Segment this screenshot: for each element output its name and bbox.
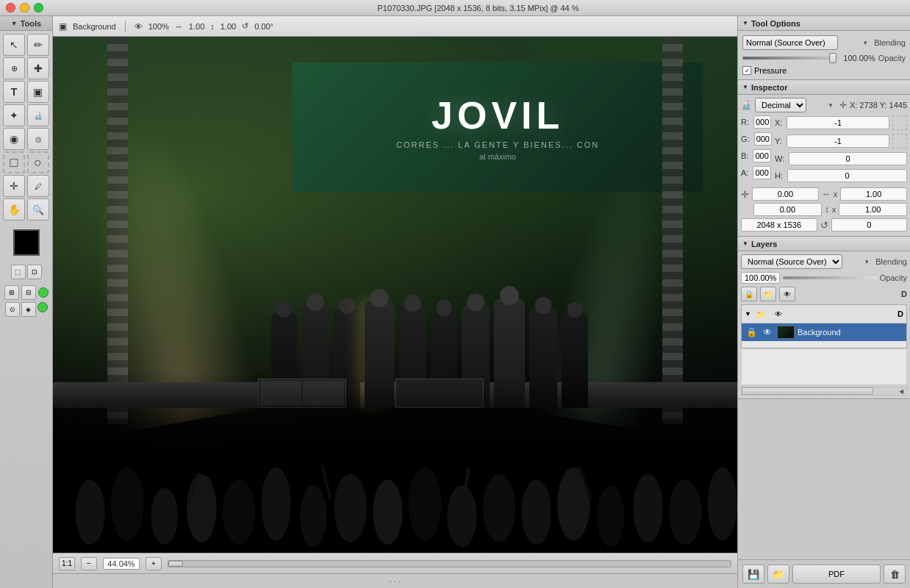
preview-btn[interactable]: 1:1	[59, 557, 75, 570]
layer-eye-btn[interactable]: 👁	[779, 287, 795, 301]
zoom-display[interactable]: 44.04%	[103, 558, 140, 570]
pressure-checkbox[interactable]: ✓	[742, 66, 751, 75]
transform-y-scale[interactable]: 1.00	[839, 203, 907, 216]
preview-label: 1:1	[62, 559, 72, 567]
opacity-slider-container[interactable]	[742, 53, 839, 63]
refresh-icon[interactable]: ↺	[820, 220, 828, 231]
tool-options-triangle: ▼	[742, 20, 748, 26]
canvas-arrow-v: ↕	[210, 22, 215, 31]
svg-point-10	[447, 485, 476, 547]
layer-tool-2[interactable]: ⊟	[21, 285, 36, 300]
layers-opacity-slider[interactable]	[783, 273, 876, 283]
b-row: B: 000	[741, 149, 772, 162]
svg-point-1	[111, 467, 144, 541]
zoom-out-label: −	[87, 559, 91, 567]
layers-scrollbar[interactable]: ◀	[741, 387, 907, 395]
layers-opacity-track	[783, 276, 876, 279]
rgba-section: R: 000 G: 000 B: 000 A:	[741, 115, 907, 184]
banner-subtitle: CORRES ... LA GENTE Y BIENES... CON	[396, 140, 599, 149]
layers-opacity-label: Opacity	[880, 273, 907, 282]
x-scale: x	[834, 190, 838, 198]
x-label: X:	[775, 118, 784, 127]
b-value: 000	[753, 149, 770, 162]
layers-empty-area	[741, 348, 907, 385]
tools-panel: ▼ Tools ↖ ✏ ⊕ ✚ T ▣ ✦ 🔬 ◉ ⌾ □ ○ ✛ 🖊 ✋ 🔍	[0, 16, 53, 588]
save-layer-btn[interactable]: 💾	[742, 564, 764, 584]
d-header: D	[898, 309, 903, 318]
decimal-select-wrapper: Decimal	[755, 98, 836, 112]
extra-tool-1[interactable]: ⬚	[11, 265, 26, 279]
extra-tool-2[interactable]: ⊡	[27, 265, 42, 279]
maximize-button[interactable]	[34, 3, 43, 12]
stamp-tool[interactable]: ⊕	[3, 57, 25, 79]
svg-point-7	[334, 474, 368, 542]
layer-eye-toggle[interactable]: 👁	[761, 326, 774, 339]
a-value: 000	[753, 166, 770, 179]
layer-folder-btn[interactable]: 📁	[760, 287, 776, 301]
transform-x[interactable]: 0.00	[752, 187, 819, 201]
pdf-btn[interactable]: PDF	[792, 564, 881, 584]
layers-scroll-thumb[interactable]	[742, 387, 873, 395]
svg-point-2	[151, 488, 178, 545]
fill-tool[interactable]: ◉	[3, 128, 25, 150]
coord-system-select[interactable]: Decimal	[755, 98, 806, 112]
layer-row[interactable]: 🔒 👁 Background	[742, 323, 906, 342]
transform-x-scale[interactable]: 1.00	[840, 187, 907, 201]
minimize-button[interactable]	[20, 3, 29, 12]
layers-section: ▼ Layers Normal (Source Over) Blending 1…	[738, 237, 910, 399]
zoom-out-btn[interactable]: −	[81, 557, 97, 570]
layer-group-triangle[interactable]: ▼	[745, 310, 751, 318]
zoom-in-btn[interactable]: +	[146, 557, 162, 570]
scroll-thumb[interactable]	[168, 561, 183, 567]
layer-thumbnail	[777, 326, 795, 339]
tool-options-section: ▼ Tool Options Normal (Source Over) Blen…	[738, 16, 910, 80]
inspector-top-row: 🔬 Decimal ✛ X: 2738 Y: 1445	[741, 98, 907, 112]
opacity-thumb[interactable]	[829, 53, 836, 63]
tools-dropdown-icon[interactable]: ▼	[11, 20, 18, 27]
type-tool[interactable]: T	[3, 81, 25, 103]
move-tool[interactable]: ✛	[3, 175, 25, 197]
close-button[interactable]	[6, 3, 15, 12]
layers-list: ▼ 📁 👁 D 🔒 👁 Background	[741, 304, 907, 348]
canvas-bottom: 1:1 − 44.04% +	[53, 553, 737, 573]
layer-group-folder[interactable]: 📁	[753, 306, 769, 321]
rotation-display[interactable]: 0	[831, 218, 908, 232]
foreground-color[interactable]	[13, 229, 40, 256]
zoom-tool[interactable]: 🔍	[27, 198, 49, 220]
heal-tool[interactable]: ✚	[27, 57, 49, 79]
hand-tool[interactable]: ✋	[3, 198, 25, 220]
ellipse-select-tool[interactable]: ○	[27, 151, 49, 173]
bottom-icon-2[interactable]: ◈	[21, 302, 36, 317]
layers-blend-select[interactable]: Normal (Source Over)	[741, 254, 842, 269]
paint-tool[interactable]: ✏	[27, 34, 49, 56]
crop-tool[interactable]: ▣	[27, 81, 49, 103]
layer-group-eye[interactable]: 👁	[770, 306, 787, 321]
layer-lock-btn[interactable]: 🔒	[741, 287, 757, 301]
bottom-icon-1[interactable]: ⊙	[5, 302, 20, 317]
canvas-view-icon: 👁	[135, 22, 143, 31]
tools-header: ▼ Tools	[0, 16, 52, 31]
select-tool[interactable]: ↖	[3, 34, 25, 56]
x-value: -1	[787, 116, 889, 129]
pdf-label: PDF	[828, 570, 845, 578]
arrow-icon: ↔	[822, 189, 831, 199]
layer-tool-1[interactable]: ⊞	[4, 285, 19, 300]
open-folder-btn[interactable]: 📁	[767, 564, 789, 584]
blend-mode-select[interactable]: Normal (Source Over)	[742, 35, 838, 50]
layers-opacity-val: 100.00%	[741, 272, 780, 284]
color-pick-tool[interactable]: 🖊	[27, 175, 49, 197]
window-controls	[6, 3, 43, 12]
rect-select-tool[interactable]: □	[3, 151, 25, 173]
layer-visibility-btn[interactable]: 🔒	[745, 326, 758, 339]
g-value: 000	[754, 132, 772, 146]
scroll-track[interactable]	[168, 560, 731, 567]
image-canvas[interactable]: JOVIL CORRES ... LA GENTE Y BIENES... CO…	[53, 37, 737, 553]
transform-tool[interactable]: ✦	[3, 104, 25, 126]
layers-content: Normal (Source Over) Blending 100.00% Op…	[738, 251, 910, 398]
right-panel: ▼ Tool Options Normal (Source Over) Blen…	[737, 16, 910, 588]
pressure-row: ✓ Pressure	[742, 66, 906, 75]
transform-y[interactable]: 0.00	[753, 203, 822, 216]
lasso-tool[interactable]: ⌾	[27, 128, 49, 150]
delete-btn[interactable]: 🗑	[884, 564, 906, 584]
eyedropper-tool[interactable]: 🔬	[27, 104, 49, 126]
